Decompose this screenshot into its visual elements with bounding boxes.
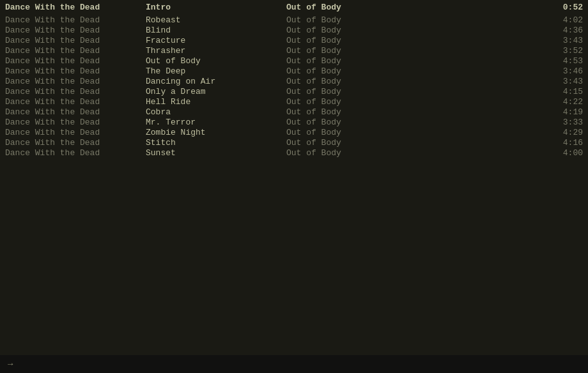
track-artist: Dance With the Dead — [5, 56, 146, 66]
track-list: Dance With the Dead Intro Out of Body 0:… — [0, 0, 588, 161]
table-row[interactable]: Dance With the DeadDancing on AirOut of … — [0, 77, 588, 87]
table-row[interactable]: Dance With the DeadStitchOut of Body4:16 — [0, 138, 588, 148]
track-artist: Dance With the Dead — [5, 36, 146, 46]
table-row[interactable]: Dance With the DeadBlindOut of Body4:36 — [0, 26, 588, 36]
track-duration: 4:36 — [545, 26, 583, 36]
track-title: Blind — [146, 26, 286, 36]
track-artist: Dance With the Dead — [5, 26, 146, 36]
track-title: Out of Body — [146, 56, 286, 66]
track-artist: Dance With the Dead — [5, 46, 146, 56]
track-title: The Deep — [146, 66, 286, 77]
track-duration: 3:43 — [545, 77, 583, 87]
track-title: Fracture — [146, 36, 286, 46]
track-artist: Dance With the Dead — [5, 87, 146, 97]
header-artist: Dance With the Dead — [5, 3, 146, 13]
track-artist: Dance With the Dead — [5, 128, 146, 138]
track-artist: Dance With the Dead — [5, 97, 146, 107]
track-duration: 3:46 — [545, 66, 583, 77]
track-album: Out of Body — [286, 77, 545, 87]
bottom-bar: → — [0, 355, 588, 373]
table-row[interactable]: Dance With the DeadCobraOut of Body4:19 — [0, 107, 588, 118]
table-row[interactable]: Dance With the DeadThrasherOut of Body3:… — [0, 46, 588, 56]
track-album: Out of Body — [286, 118, 545, 128]
header-duration: 0:52 — [545, 3, 583, 13]
track-album: Out of Body — [286, 56, 545, 66]
track-album: Out of Body — [286, 148, 545, 158]
track-album: Out of Body — [286, 138, 545, 148]
track-title: Thrasher — [146, 46, 286, 56]
table-row[interactable]: Dance With the DeadMr. TerrorOut of Body… — [0, 118, 588, 128]
track-title: Only a Dream — [146, 87, 286, 97]
track-duration: 3:33 — [545, 118, 583, 128]
header-title: Intro — [146, 3, 286, 13]
track-duration: 4:00 — [545, 148, 583, 158]
track-title: Hell Ride — [146, 97, 286, 107]
track-duration: 4:02 — [545, 15, 583, 26]
track-duration: 4:16 — [545, 138, 583, 148]
track-title: Cobra — [146, 107, 286, 118]
track-title: Sunset — [146, 148, 286, 158]
track-artist: Dance With the Dead — [5, 118, 146, 128]
track-artist: Dance With the Dead — [5, 138, 146, 148]
track-duration: 3:43 — [545, 36, 583, 46]
table-header: Dance With the Dead Intro Out of Body 0:… — [0, 3, 588, 13]
track-title: Dancing on Air — [146, 77, 286, 87]
track-album: Out of Body — [286, 128, 545, 138]
track-album: Out of Body — [286, 26, 545, 36]
track-duration: 3:52 — [545, 46, 583, 56]
track-duration: 4:53 — [545, 56, 583, 66]
track-artist: Dance With the Dead — [5, 148, 146, 158]
track-title: Mr. Terror — [146, 118, 286, 128]
table-row[interactable]: Dance With the DeadSunsetOut of Body4:00 — [0, 148, 588, 158]
table-row[interactable]: Dance With the DeadHell RideOut of Body4… — [0, 97, 588, 107]
track-duration: 4:15 — [545, 87, 583, 97]
track-album: Out of Body — [286, 36, 545, 46]
track-title: Zombie Night — [146, 128, 286, 138]
track-artist: Dance With the Dead — [5, 77, 146, 87]
table-row[interactable]: Dance With the DeadFractureOut of Body3:… — [0, 36, 588, 46]
table-row[interactable]: Dance With the DeadZombie NightOut of Bo… — [0, 128, 588, 138]
track-artist: Dance With the Dead — [5, 66, 146, 77]
track-duration: 4:22 — [545, 97, 583, 107]
track-title: Robeast — [146, 15, 286, 26]
track-artist: Dance With the Dead — [5, 15, 146, 26]
track-album: Out of Body — [286, 46, 545, 56]
header-album: Out of Body — [286, 3, 545, 13]
track-album: Out of Body — [286, 15, 545, 26]
track-duration: 4:29 — [545, 128, 583, 138]
track-title: Stitch — [146, 138, 286, 148]
table-row[interactable]: Dance With the DeadOut of BodyOut of Bod… — [0, 56, 588, 66]
track-album: Out of Body — [286, 107, 545, 118]
arrow-icon: → — [8, 359, 13, 369]
table-row[interactable]: Dance With the DeadRobeastOut of Body4:0… — [0, 15, 588, 26]
track-duration: 4:19 — [545, 107, 583, 118]
table-row[interactable]: Dance With the DeadThe DeepOut of Body3:… — [0, 66, 588, 77]
table-row[interactable]: Dance With the DeadOnly a DreamOut of Bo… — [0, 87, 588, 97]
track-artist: Dance With the Dead — [5, 107, 146, 118]
track-album: Out of Body — [286, 87, 545, 97]
track-album: Out of Body — [286, 66, 545, 77]
track-album: Out of Body — [286, 97, 545, 107]
